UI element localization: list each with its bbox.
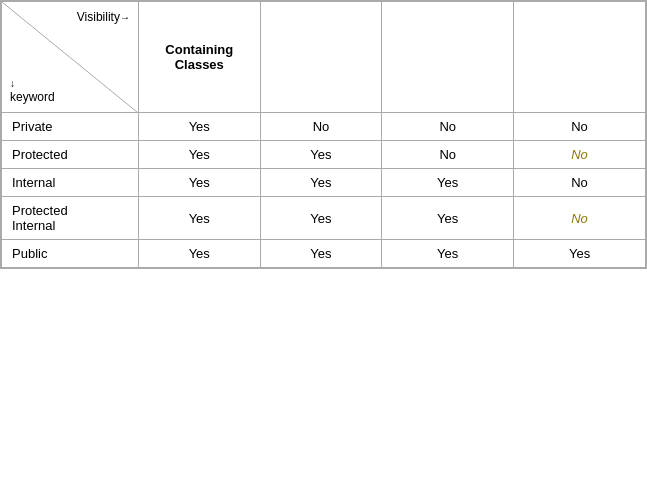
table-row: PublicYesYesYesYes — [2, 240, 646, 268]
table-row: InternalYesYesYesNo — [2, 169, 646, 197]
row-0-col3: No — [382, 113, 514, 141]
row-2-col1: Yes — [138, 169, 260, 197]
table-row: ProtectedYesYesNoNo — [2, 141, 646, 169]
row-3-col4: No — [514, 197, 646, 240]
row-3-col2: Yes — [260, 197, 382, 240]
header-containing-program — [382, 2, 514, 113]
visibility-label: Visibility→ — [77, 10, 130, 24]
header-keyword: Visibility→ ↓keyword — [2, 2, 139, 113]
row-3-col1: Yes — [138, 197, 260, 240]
row-2-col4: No — [514, 169, 646, 197]
row-1-col4: No — [514, 141, 646, 169]
header-containing-classes: Containing Classes — [138, 2, 260, 113]
header-derived-classes — [260, 2, 382, 113]
row-label-1: Protected — [2, 141, 139, 169]
keyword-label: ↓keyword — [10, 76, 55, 104]
row-1-col2: Yes — [260, 141, 382, 169]
row-1-col1: Yes — [138, 141, 260, 169]
row-4-col3: Yes — [382, 240, 514, 268]
row-0-col1: Yes — [138, 113, 260, 141]
row-3-col3: Yes — [382, 197, 514, 240]
row-label-2: Internal — [2, 169, 139, 197]
header-outside — [514, 2, 646, 113]
row-2-col2: Yes — [260, 169, 382, 197]
row-4-col4: Yes — [514, 240, 646, 268]
row-label-0: Private — [2, 113, 139, 141]
row-0-col2: No — [260, 113, 382, 141]
row-4-col1: Yes — [138, 240, 260, 268]
row-1-col3: No — [382, 141, 514, 169]
row-label-4: Public — [2, 240, 139, 268]
table-row: PrivateYesNoNoNo — [2, 113, 646, 141]
row-2-col3: Yes — [382, 169, 514, 197]
accessibility-table: Visibility→ ↓keyword Containing Classes — [0, 0, 647, 269]
row-4-col2: Yes — [260, 240, 382, 268]
row-0-col4: No — [514, 113, 646, 141]
table-row: Protected InternalYesYesYesNo — [2, 197, 646, 240]
row-label-3: Protected Internal — [2, 197, 139, 240]
